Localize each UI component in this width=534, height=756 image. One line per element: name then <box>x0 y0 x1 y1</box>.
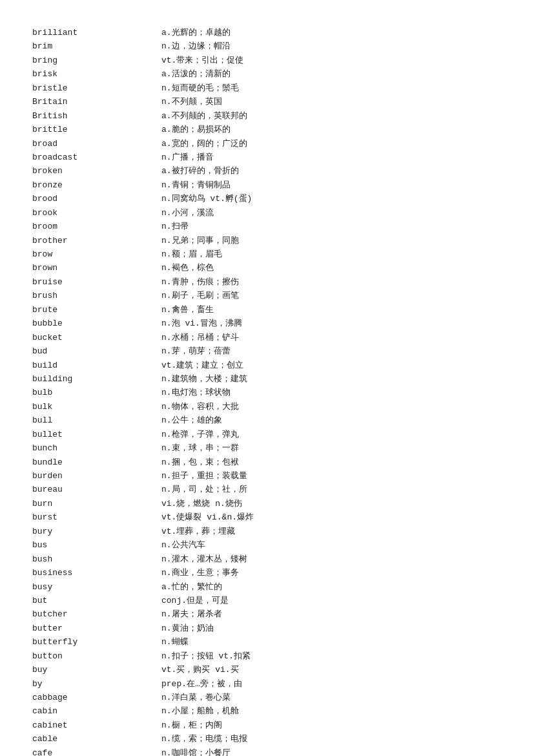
dict-def: n.同窝幼鸟 vt.孵(蛋) <box>161 192 502 205</box>
dict-word: brisk <box>32 67 161 81</box>
dict-row: busn.公共汽车 <box>32 538 502 552</box>
dict-word: bronze <box>32 178 161 192</box>
dict-word: brute <box>32 303 161 317</box>
dict-row: broomn.扫帚 <box>32 220 502 233</box>
dict-word: by <box>32 677 161 691</box>
dict-word: burn <box>32 497 161 510</box>
dict-row: bubblen.泡 vi.冒泡，沸腾 <box>32 317 502 330</box>
dict-def: a.活泼的；清新的 <box>161 67 502 81</box>
dict-row: broada.宽的，阔的；广泛的 <box>32 137 502 151</box>
dict-def: vt.带来；引出；促使 <box>161 54 502 67</box>
dict-def: n.泡 vi.冒泡，沸腾 <box>161 317 502 330</box>
dict-row: bushn.灌木，灌木丛，矮树 <box>32 552 502 566</box>
dict-row: brushn.刷子，毛刷；画笔 <box>32 289 502 302</box>
dict-def: n.禽兽，畜生 <box>161 303 502 317</box>
dict-word: bruise <box>32 275 161 289</box>
dict-row: Britainn.不列颠，英国 <box>32 95 502 109</box>
dict-def: n.黄油；奶油 <box>161 622 502 635</box>
dict-word: bunch <box>32 441 161 455</box>
dict-row: bureaun.局，司，处；社，所 <box>32 483 502 496</box>
dict-def: n.水桶；吊桶；铲斗 <box>161 331 502 344</box>
dict-row: butchern.屠夫；屠杀者 <box>32 607 502 621</box>
dict-def: n.捆，包，束；包袱 <box>161 456 502 469</box>
dict-row: bulkn.物体，容积，大批 <box>32 400 502 414</box>
dict-word: cabin <box>32 704 161 718</box>
dict-word: burden <box>32 469 161 483</box>
dict-word: brow <box>32 247 161 261</box>
dict-def: n.芽，萌芽；蓓蕾 <box>161 344 502 358</box>
dict-def: prep.在…旁；被，由 <box>161 677 502 691</box>
dict-word: burst <box>32 510 161 524</box>
dict-row: budn.芽，萌芽；蓓蕾 <box>32 344 502 358</box>
dict-def: n.边，边缘；帽沿 <box>161 39 502 53</box>
dict-def: n.局，司，处；社，所 <box>161 483 502 496</box>
dict-word: brittle <box>32 123 161 136</box>
dict-def: n.公共汽车 <box>161 538 502 552</box>
dict-row: buildingn.建筑物，大楼；建筑 <box>32 372 502 386</box>
dict-row: buyvt.买，购买 vi.买 <box>32 663 502 677</box>
dict-row: brookn.小河，溪流 <box>32 206 502 220</box>
dict-word: cafe <box>32 746 161 756</box>
dict-def: n.扣子；按钮 vt.扣紧 <box>161 649 502 663</box>
dict-word: cabinet <box>32 719 161 732</box>
dict-word: business <box>32 566 161 580</box>
dict-row: bronzen.青铜；青铜制品 <box>32 178 502 192</box>
dict-def: n.公牛；雄的象 <box>161 414 502 427</box>
dict-word: brook <box>32 206 161 220</box>
dict-row: cabinn.小屋；船舱，机舱 <box>32 704 502 718</box>
dict-row: brokena.被打碎的，骨折的 <box>32 164 502 178</box>
dict-row: buildvt.建筑；建立；创立 <box>32 359 502 372</box>
dict-row: cafen.咖啡馆；小餐厅 <box>32 746 502 756</box>
dict-word: busy <box>32 580 161 594</box>
dict-row: businessn.商业，生意；事务 <box>32 566 502 580</box>
dict-word: broom <box>32 220 161 233</box>
dict-word: bud <box>32 344 161 358</box>
dict-row: busya.忙的，繁忙的 <box>32 580 502 594</box>
dict-def: a.脆的；易损坏的 <box>161 123 502 136</box>
dict-word: butterfly <box>32 635 161 649</box>
dict-row: brownn.褐色，棕色 <box>32 261 502 275</box>
dict-word: buy <box>32 663 161 677</box>
dict-def: n.束，球，串；一群 <box>161 441 502 455</box>
dict-def: a.不列颠的，英联邦的 <box>161 109 502 123</box>
dict-word: bullet <box>32 428 161 441</box>
dict-word: bulb <box>32 386 161 399</box>
dict-word: brush <box>32 289 161 302</box>
dict-word: brood <box>32 192 161 205</box>
dict-row: bruisen.青肿，伤痕；擦伤 <box>32 275 502 289</box>
dict-row: briska.活泼的；清新的 <box>32 67 502 81</box>
dict-def: a.被打碎的，骨折的 <box>161 164 502 178</box>
dict-def: n.咖啡馆；小餐厅 <box>161 746 502 756</box>
dict-row: bunchn.束，球，串；一群 <box>32 441 502 455</box>
dict-def: a.忙的，繁忙的 <box>161 580 502 594</box>
dict-word: bulk <box>32 400 161 414</box>
dict-row: bringvt.带来；引出；促使 <box>32 54 502 67</box>
dict-word: bus <box>32 538 161 552</box>
dict-word: bundle <box>32 456 161 469</box>
dict-row: bucketn.水桶；吊桶；铲斗 <box>32 331 502 344</box>
dict-word: bring <box>32 54 161 67</box>
dict-row: bristlen.短而硬的毛；鬃毛 <box>32 81 502 95</box>
dict-def: n.兄弟；同事，同胞 <box>161 234 502 247</box>
dict-word: bush <box>32 552 161 566</box>
dict-def: n.物体，容积，大批 <box>161 400 502 414</box>
dict-row: cabbagen.洋白菜，卷心菜 <box>32 691 502 704</box>
dict-row: cabinetn.橱，柜；内阁 <box>32 719 502 732</box>
dict-row: byprep.在…旁；被，由 <box>32 677 502 691</box>
dict-word: Britain <box>32 95 161 109</box>
dict-def: n.不列颠，英国 <box>161 95 502 109</box>
dict-word: brim <box>32 39 161 53</box>
dict-def: n.额；眉，眉毛 <box>161 247 502 261</box>
dict-row: burnvi.烧，燃烧 n.烧伤 <box>32 497 502 510</box>
dict-def: n.扫帚 <box>161 220 502 233</box>
dict-def: conj.但是，可是 <box>161 594 502 607</box>
dict-word: button <box>32 649 161 663</box>
dict-row: cablen.缆，索；电缆；电报 <box>32 732 502 746</box>
dict-row: buttonn.扣子；按钮 vt.扣紧 <box>32 649 502 663</box>
dict-row: burstvt.使爆裂 vi.&n.爆炸 <box>32 510 502 524</box>
dict-def: n.担子，重担；装载量 <box>161 469 502 483</box>
dict-word: broad <box>32 137 161 151</box>
dict-row: bulln.公牛；雄的象 <box>32 414 502 427</box>
dict-row: bruten.禽兽，畜生 <box>32 303 502 317</box>
dict-word: broadcast <box>32 151 161 164</box>
